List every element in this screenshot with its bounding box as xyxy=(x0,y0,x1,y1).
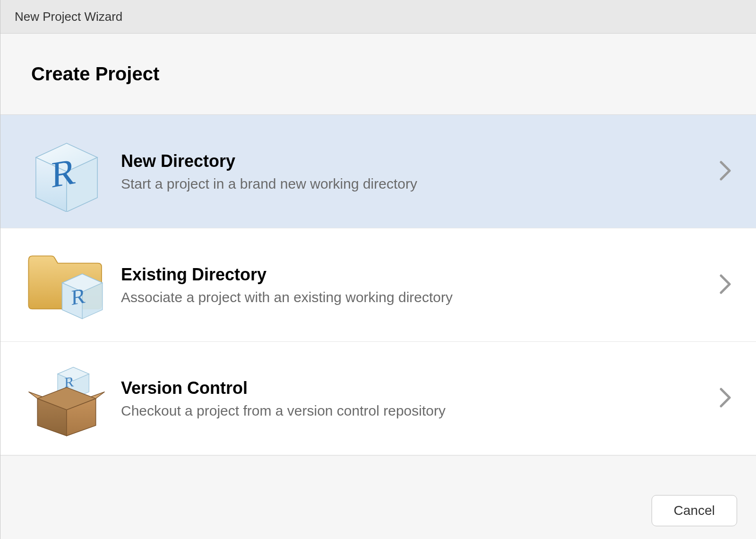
option-title: Version Control xyxy=(121,378,718,398)
option-version-control[interactable]: R Version Control Checkout a project fro… xyxy=(0,342,756,455)
option-desc: Start a project in a brand new working d… xyxy=(121,176,718,192)
chevron-right-icon xyxy=(718,160,737,183)
dialog-titlebar: New Project Wizard xyxy=(0,0,756,34)
option-title: New Directory xyxy=(121,151,718,171)
project-options-list: R New Directory Start a project in a bra… xyxy=(0,115,756,455)
page-title-text: Create Project xyxy=(31,63,159,85)
cancel-button[interactable]: Cancel xyxy=(652,495,737,526)
svg-text:R: R xyxy=(51,150,76,196)
option-new-directory[interactable]: R New Directory Start a project in a bra… xyxy=(0,115,756,228)
option-text-group: New Directory Start a project in a brand… xyxy=(109,151,718,192)
option-existing-directory[interactable]: R Existing Directory Associate a project… xyxy=(0,228,756,342)
chevron-right-icon xyxy=(718,274,737,296)
cube-r-icon: R xyxy=(24,131,109,212)
option-text-group: Existing Directory Associate a project w… xyxy=(109,265,718,305)
svg-text:R: R xyxy=(71,283,86,310)
option-desc: Checkout a project from a version contro… xyxy=(121,403,718,419)
chevron-right-icon xyxy=(718,387,737,410)
dialog-title: New Project Wizard xyxy=(15,9,122,24)
dialog-spacer xyxy=(0,455,756,482)
option-text-group: Version Control Checkout a project from … xyxy=(109,378,718,419)
page-title: Create Project xyxy=(0,34,756,115)
dialog-footer: Cancel xyxy=(0,482,756,539)
option-title: Existing Directory xyxy=(121,265,718,285)
new-project-wizard-dialog: New Project Wizard Create Project xyxy=(0,0,756,539)
option-desc: Associate a project with an existing wor… xyxy=(121,289,718,305)
folder-cube-icon: R xyxy=(24,245,109,325)
package-box-icon: R xyxy=(24,358,109,439)
